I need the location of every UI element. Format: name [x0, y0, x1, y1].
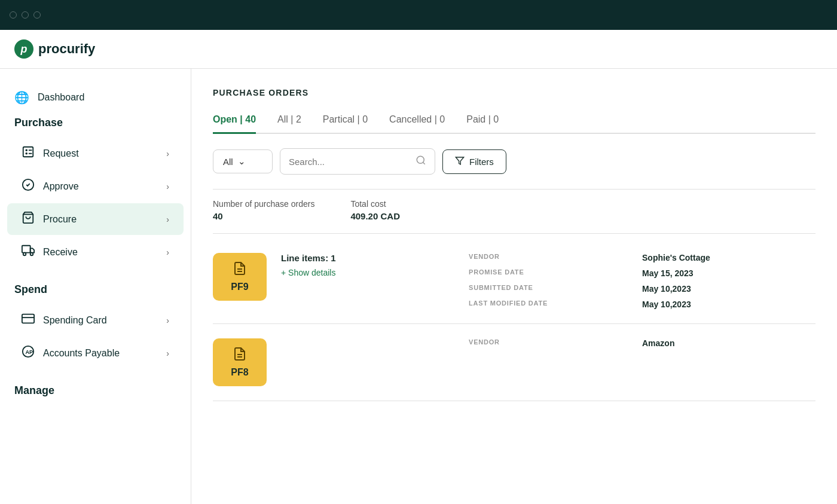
logo-icon: p	[14, 39, 33, 59]
minimize-button[interactable]	[22, 11, 29, 19]
search-input[interactable]	[289, 157, 411, 167]
filter-select[interactable]: All ⌄	[213, 149, 273, 173]
procure-icon	[22, 211, 35, 227]
maximize-button[interactable]	[33, 11, 41, 19]
search-input-wrapper	[280, 148, 435, 175]
tabs: Open | 40 All | 2 Partical | 0 Cancelled…	[213, 114, 815, 134]
svg-rect-0	[23, 147, 33, 157]
stat-number-of-po: Number of purchase orders 40	[213, 199, 314, 221]
svg-rect-7	[22, 246, 30, 253]
tab-partial[interactable]: Partical | 0	[323, 114, 368, 134]
spending-card-icon	[22, 312, 35, 328]
po-id-pf9: PF9	[231, 282, 248, 292]
chevron-right-icon: ›	[166, 248, 169, 257]
stat-total-cost-label: Total cost	[350, 199, 400, 209]
main-layout: 🌐 Dashboard Purchase Request › Approve ›	[0, 69, 837, 504]
chevron-right-icon: ›	[166, 316, 169, 325]
sidebar-item-procure[interactable]: Procure ›	[7, 203, 184, 235]
page-title: PURCHASE ORDERS	[213, 88, 815, 97]
po-meta-pf8: VENDOR Amazon	[469, 338, 815, 348]
stat-number-of-po-label: Number of purchase orders	[213, 199, 314, 209]
tab-paid[interactable]: Paid | 0	[466, 114, 499, 134]
po-card-pf8: PF8 VENDOR Amazon	[213, 324, 815, 401]
filter-icon	[455, 156, 465, 167]
tab-all[interactable]: All | 2	[277, 114, 301, 134]
stat-total-cost: Total cost 409.20 CAD	[350, 199, 400, 221]
receive-icon	[22, 244, 35, 260]
sidebar: 🌐 Dashboard Purchase Request › Approve ›	[0, 69, 191, 504]
po-last-modified-value-pf9: May 10,2023	[642, 300, 815, 309]
svg-point-9	[30, 253, 33, 256]
po-id-pf8: PF8	[231, 367, 248, 378]
sidebar-item-receive[interactable]: Receive ›	[7, 236, 184, 268]
tab-open[interactable]: Open | 40	[213, 114, 256, 134]
filters-button[interactable]: Filters	[442, 149, 506, 174]
sidebar-item-request[interactable]: Request ›	[7, 138, 184, 169]
po-submitted-date-label-pf9: SUBMITTED DATE	[469, 284, 642, 294]
svg-point-3	[26, 153, 27, 154]
svg-point-8	[23, 253, 26, 256]
tab-cancelled[interactable]: Cancelled | 0	[389, 114, 445, 134]
logo-text: procurify	[38, 41, 95, 57]
po-details-pf9: Line items: 1 + Show details	[281, 253, 454, 277]
po-submitted-date-value-pf9: May 10,2023	[642, 284, 815, 294]
app-header: p procurify	[0, 30, 837, 69]
sidebar-item-spending-card[interactable]: Spending Card ›	[7, 304, 184, 336]
po-last-modified-label-pf9: LAST MODIFIED DATE	[469, 300, 642, 309]
po-promise-date-value-pf9: May 15, 2023	[642, 268, 815, 278]
filter-select-value: All	[223, 157, 233, 167]
approve-icon	[22, 178, 35, 194]
po-vendor-label-pf9: VENDOR	[469, 253, 642, 262]
stats-row: Number of purchase orders 40 Total cost …	[213, 189, 815, 234]
stat-number-of-po-value: 40	[213, 211, 314, 221]
title-bar	[0, 0, 837, 30]
sidebar-item-accounts-payable[interactable]: AP Accounts Payable ›	[7, 337, 184, 369]
sidebar-item-label-accounts-payable: Accounts Payable	[43, 348, 120, 359]
svg-point-14	[417, 156, 424, 163]
filters-label: Filters	[469, 157, 494, 167]
po-vendor-value-pf9: Sophie's Cottage	[642, 253, 815, 262]
po-vendor-value-pf8: Amazon	[642, 338, 815, 348]
main-content: PURCHASE ORDERS Open | 40 All | 2 Partic…	[191, 69, 837, 504]
close-button[interactable]	[10, 11, 17, 19]
globe-icon: 🌐	[14, 90, 29, 105]
sidebar-item-label-approve: Approve	[43, 181, 79, 192]
filters-row: All ⌄ Filters	[213, 148, 815, 175]
svg-marker-16	[456, 157, 463, 164]
stat-total-cost-value: 409.20 CAD	[350, 211, 400, 221]
chevron-right-icon: ›	[166, 149, 169, 158]
chevron-right-icon: ›	[166, 349, 169, 358]
svg-rect-10	[22, 314, 34, 323]
svg-point-1	[26, 149, 27, 151]
po-show-details-pf9[interactable]: + Show details	[281, 268, 454, 277]
po-card-pf9: PF9 Line items: 1 + Show details VENDOR …	[213, 239, 815, 324]
chevron-right-icon: ›	[166, 182, 169, 191]
po-line-items-pf9: Line items: 1	[281, 253, 454, 263]
po-badge-pf9[interactable]: PF9	[213, 253, 267, 301]
sidebar-item-dashboard[interactable]: 🌐 Dashboard	[0, 83, 191, 112]
svg-text:AP: AP	[25, 349, 33, 355]
sidebar-item-label: Dashboard	[38, 92, 84, 103]
search-icon	[416, 155, 426, 168]
po-document-icon-pf8	[233, 347, 247, 365]
sidebar-section-purchase: Purchase	[0, 112, 191, 136]
logo: p procurify	[14, 39, 95, 59]
po-meta-pf9: VENDOR Sophie's Cottage PROMISE DATE May…	[469, 253, 815, 309]
po-vendor-label-pf8: VENDOR	[469, 338, 642, 348]
po-promise-date-label-pf9: PROMISE DATE	[469, 268, 642, 278]
request-icon	[22, 145, 35, 161]
sidebar-item-label-request: Request	[43, 148, 79, 159]
sidebar-item-label-procure: Procure	[43, 214, 77, 225]
chevron-right-icon: ›	[166, 215, 169, 224]
sidebar-item-approve[interactable]: Approve ›	[7, 170, 184, 202]
accounts-payable-icon: AP	[22, 345, 35, 361]
sidebar-item-label-receive: Receive	[43, 247, 78, 258]
sidebar-section-manage: Manage	[0, 380, 191, 404]
sidebar-item-label-spending-card: Spending Card	[43, 315, 107, 326]
po-document-icon	[233, 261, 247, 279]
po-badge-pf8[interactable]: PF8	[213, 338, 267, 386]
svg-line-15	[423, 162, 424, 164]
chevron-down-icon: ⌄	[238, 156, 246, 167]
sidebar-section-spend: Spend	[0, 279, 191, 303]
